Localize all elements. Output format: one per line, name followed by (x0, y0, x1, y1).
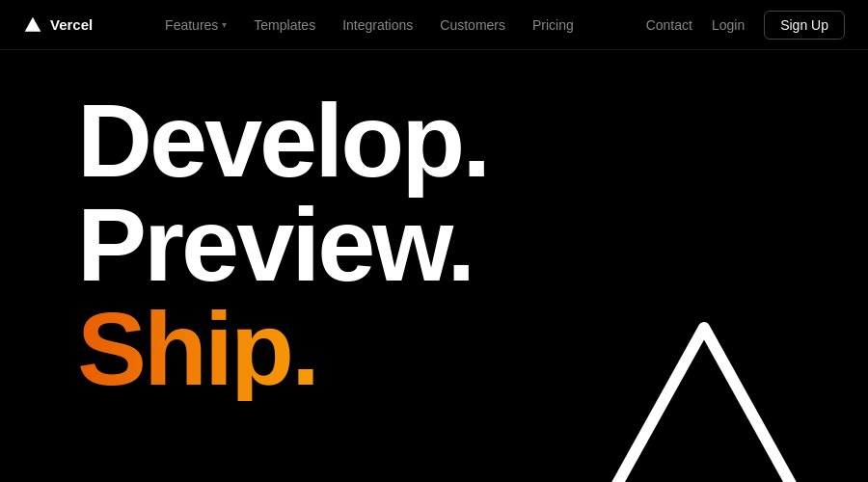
vercel-logo-icon (23, 15, 42, 35)
nav-link-login[interactable]: Login (712, 17, 745, 33)
nav-link-contact[interactable]: Contact (646, 17, 692, 33)
hero-line-ship: Ship. (77, 297, 488, 401)
signup-button[interactable]: Sign Up (764, 11, 845, 40)
nav-link-features[interactable]: Features ▾ (165, 17, 227, 33)
svg-marker-0 (25, 16, 41, 31)
logo-text: Vercel (50, 16, 93, 33)
nav-center-links: Features ▾ Templates Integrations Custom… (165, 17, 574, 33)
nav-right-links: Contact Login Sign Up (646, 11, 845, 40)
hero-line-preview: Preview. (77, 193, 488, 297)
nav-link-integrations[interactable]: Integrations (342, 17, 413, 33)
nav-link-templates[interactable]: Templates (254, 17, 315, 33)
navbar: Vercel Features ▾ Templates Integrations… (0, 0, 868, 50)
svg-marker-1 (608, 328, 800, 482)
hero-section: Develop. Preview. Ship. (0, 50, 868, 482)
nav-link-customers[interactable]: Customers (440, 17, 505, 33)
chevron-down-icon: ▾ (222, 19, 227, 30)
hero-text: Develop. Preview. Ship. (77, 89, 488, 401)
nav-link-pricing[interactable]: Pricing (532, 17, 574, 33)
large-triangle-icon (598, 318, 810, 482)
hero-line-develop: Develop. (77, 89, 488, 193)
triangle-watermark (598, 318, 810, 482)
logo[interactable]: Vercel (23, 15, 93, 35)
